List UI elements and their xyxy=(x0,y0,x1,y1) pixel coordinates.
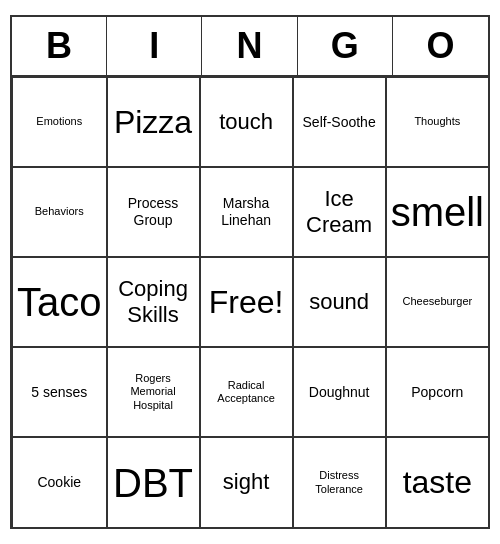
bingo-cell-24[interactable]: taste xyxy=(386,437,488,527)
bingo-header-letter: B xyxy=(12,17,107,75)
bingo-header-letter: I xyxy=(107,17,202,75)
bingo-cell-10[interactable]: Taco xyxy=(12,257,107,347)
bingo-cell-8[interactable]: Ice Cream xyxy=(293,167,386,257)
bingo-cell-19[interactable]: Popcorn xyxy=(386,347,488,437)
bingo-cell-4[interactable]: Thoughts xyxy=(386,77,488,167)
bingo-cell-20[interactable]: Cookie xyxy=(12,437,107,527)
bingo-header-letter: O xyxy=(393,17,488,75)
bingo-cell-7[interactable]: Marsha Linehan xyxy=(200,167,293,257)
bingo-cell-13[interactable]: sound xyxy=(293,257,386,347)
bingo-cell-11[interactable]: Coping Skills xyxy=(107,257,200,347)
bingo-cell-3[interactable]: Self-Soothe xyxy=(293,77,386,167)
bingo-card: BINGO EmotionsPizzatouchSelf-SootheThoug… xyxy=(10,15,490,529)
bingo-cell-0[interactable]: Emotions xyxy=(12,77,107,167)
bingo-cell-6[interactable]: Process Group xyxy=(107,167,200,257)
bingo-cell-5[interactable]: Behaviors xyxy=(12,167,107,257)
bingo-header-letter: G xyxy=(298,17,393,75)
bingo-grid: EmotionsPizzatouchSelf-SootheThoughtsBeh… xyxy=(12,77,488,527)
bingo-header: BINGO xyxy=(12,17,488,77)
bingo-cell-16[interactable]: Rogers Memorial Hospital xyxy=(107,347,200,437)
bingo-cell-14[interactable]: Cheeseburger xyxy=(386,257,488,347)
bingo-cell-9[interactable]: smell xyxy=(386,167,488,257)
bingo-cell-23[interactable]: Distress Tolerance xyxy=(293,437,386,527)
bingo-cell-22[interactable]: sight xyxy=(200,437,293,527)
bingo-cell-18[interactable]: Doughnut xyxy=(293,347,386,437)
bingo-cell-12[interactable]: Free! xyxy=(200,257,293,347)
bingo-cell-1[interactable]: Pizza xyxy=(107,77,200,167)
bingo-cell-15[interactable]: 5 senses xyxy=(12,347,107,437)
bingo-cell-17[interactable]: Radical Acceptance xyxy=(200,347,293,437)
bingo-cell-2[interactable]: touch xyxy=(200,77,293,167)
bingo-header-letter: N xyxy=(202,17,297,75)
bingo-cell-21[interactable]: DBT xyxy=(107,437,200,527)
